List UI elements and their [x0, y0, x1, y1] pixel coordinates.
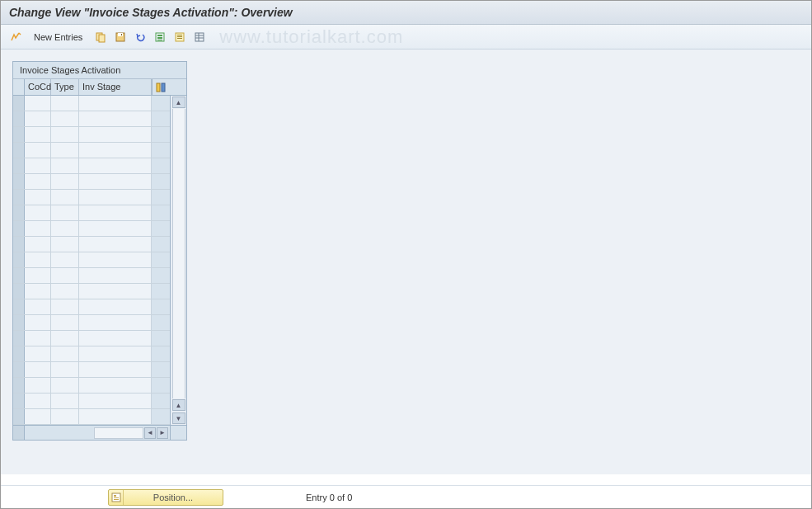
row-selector[interactable] [13, 205, 25, 220]
cocd-cell[interactable] [25, 96, 51, 111]
inv-stage-cell[interactable] [79, 143, 152, 158]
inv-stage-cell[interactable] [79, 315, 152, 330]
type-cell[interactable] [51, 378, 79, 393]
inv-stage-cell[interactable] [79, 331, 152, 346]
configure-columns-icon[interactable] [152, 79, 168, 95]
new-entries-button[interactable]: New Entries [27, 31, 89, 44]
inv-stage-cell[interactable] [79, 221, 152, 236]
cocd-cell[interactable] [25, 331, 51, 346]
cocd-cell[interactable] [25, 237, 51, 252]
row-selector[interactable] [13, 299, 25, 314]
row-selector[interactable] [13, 346, 25, 361]
cocd-cell[interactable] [25, 378, 51, 393]
scroll-right-icon[interactable]: ► [157, 427, 168, 439]
inv-stage-cell[interactable] [79, 299, 152, 314]
table-row[interactable] [13, 221, 170, 237]
cocd-cell[interactable] [25, 315, 51, 330]
table-settings-icon[interactable] [191, 29, 208, 45]
row-selector[interactable] [13, 409, 25, 424]
type-cell[interactable] [51, 143, 79, 158]
table-row[interactable] [13, 299, 170, 315]
cocd-cell[interactable] [25, 409, 51, 424]
row-selector[interactable] [13, 221, 25, 236]
type-cell[interactable] [51, 205, 79, 220]
row-selector[interactable] [13, 158, 25, 173]
scroll-down-icon[interactable]: ▼ [172, 412, 185, 424]
cocd-cell[interactable] [25, 284, 51, 299]
table-row[interactable] [13, 111, 170, 127]
cocd-cell[interactable] [25, 362, 51, 377]
type-cell[interactable] [51, 394, 79, 408]
deselect-all-icon[interactable] [171, 29, 188, 45]
type-cell[interactable] [51, 221, 79, 236]
table-row[interactable] [13, 205, 170, 221]
table-row[interactable] [13, 378, 170, 394]
type-cell[interactable] [51, 331, 79, 346]
cocd-cell[interactable] [25, 394, 51, 408]
cocd-cell[interactable] [25, 143, 51, 158]
table-row[interactable] [13, 284, 170, 299]
table-row[interactable] [13, 252, 170, 268]
scroll-up2-icon[interactable]: ▲ [172, 399, 185, 411]
table-row[interactable] [13, 394, 170, 409]
cocd-cell[interactable] [25, 111, 51, 126]
table-row[interactable] [13, 158, 170, 174]
row-selector[interactable] [13, 252, 25, 267]
table-row[interactable] [13, 346, 170, 362]
inv-stage-cell[interactable] [79, 174, 152, 189]
type-cell[interactable] [51, 158, 79, 173]
row-selector[interactable] [13, 174, 25, 189]
table-row[interactable] [13, 315, 170, 331]
cocd-column-header[interactable]: CoCd [25, 79, 51, 95]
inv-stage-cell[interactable] [79, 205, 152, 220]
copy-icon[interactable] [92, 29, 109, 45]
type-column-header[interactable]: Type [51, 79, 79, 95]
row-selector[interactable] [13, 190, 25, 205]
row-selector[interactable] [13, 111, 25, 126]
type-cell[interactable] [51, 362, 79, 377]
type-cell[interactable] [51, 284, 79, 299]
cocd-cell[interactable] [25, 299, 51, 314]
cocd-cell[interactable] [25, 268, 51, 283]
table-row[interactable] [13, 237, 170, 252]
type-cell[interactable] [51, 127, 79, 142]
table-row[interactable] [13, 268, 170, 284]
inv-stage-cell[interactable] [79, 394, 152, 408]
row-selector[interactable] [13, 362, 25, 377]
row-selector[interactable] [13, 237, 25, 252]
select-all-icon[interactable] [152, 29, 168, 45]
table-row[interactable] [13, 190, 170, 205]
cocd-cell[interactable] [25, 346, 51, 361]
table-row[interactable] [13, 174, 170, 190]
save-icon[interactable] [112, 29, 129, 45]
row-selector[interactable] [13, 96, 25, 111]
row-selector[interactable] [13, 315, 25, 330]
vertical-scrollbar[interactable]: ▲ ▲ ▼ [170, 96, 186, 425]
table-row[interactable] [13, 143, 170, 158]
scroll-left-icon[interactable]: ◄ [144, 427, 156, 439]
cocd-cell[interactable] [25, 174, 51, 189]
type-cell[interactable] [51, 299, 79, 314]
type-cell[interactable] [51, 346, 79, 361]
cocd-cell[interactable] [25, 158, 51, 173]
toggle-icon[interactable] [7, 29, 24, 45]
type-cell[interactable] [51, 96, 79, 111]
inv-stage-cell[interactable] [79, 158, 152, 173]
table-row[interactable] [13, 96, 170, 111]
select-column-header[interactable] [13, 79, 25, 95]
table-row[interactable] [13, 409, 170, 425]
inv-stage-cell[interactable] [79, 268, 152, 283]
row-selector[interactable] [13, 331, 25, 346]
table-row[interactable] [13, 331, 170, 346]
inv-stage-cell[interactable] [79, 96, 152, 111]
table-row[interactable] [13, 127, 170, 143]
row-selector[interactable] [13, 143, 25, 158]
inv-stage-cell[interactable] [79, 362, 152, 377]
type-cell[interactable] [51, 315, 79, 330]
inv-stage-cell[interactable] [79, 127, 152, 142]
inv-stage-cell[interactable] [79, 409, 152, 424]
cocd-cell[interactable] [25, 252, 51, 267]
inv-stage-cell[interactable] [79, 284, 152, 299]
type-cell[interactable] [51, 268, 79, 283]
scroll-track[interactable] [172, 109, 185, 398]
